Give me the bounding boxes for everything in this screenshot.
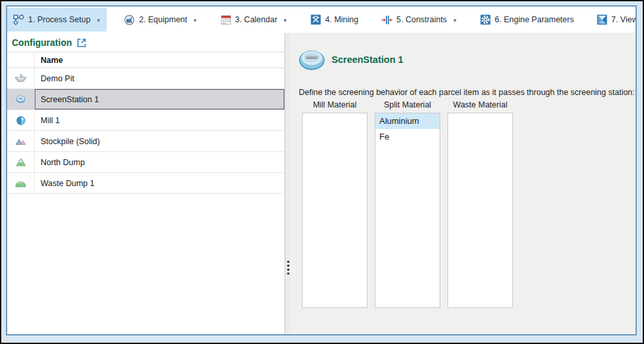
- app-window: 1. Process Setup ▼ 2. Equipment ▼: [0, 0, 644, 344]
- table-row[interactable]: Stockpile (Solid): [7, 131, 284, 152]
- material-columns: Mill Material Split Material Aluminium F…: [302, 100, 513, 308]
- row-name: North Dump: [35, 152, 284, 172]
- table-row[interactable]: Waste Dump 1: [7, 173, 284, 194]
- tab-label: 6. Engine Parameters: [495, 15, 574, 24]
- content-frame: 1. Process Setup ▼ 2. Equipment ▼: [6, 5, 637, 335]
- tab-label: 1. Process Setup: [28, 15, 90, 24]
- configuration-panel: Configuration Name: [7, 33, 285, 334]
- split-material-label: Split Material: [375, 100, 440, 109]
- north-dump-icon: [16, 158, 26, 166]
- station-description: Define the screening behavior of each pa…: [299, 88, 635, 97]
- row-name: Waste Dump 1: [35, 173, 284, 193]
- screen-station-icon: [298, 48, 326, 71]
- tab-mining[interactable]: 4. Mining: [305, 8, 364, 31]
- icon-column-header: [7, 52, 35, 67]
- mill-material-label: Mill Material: [302, 100, 368, 109]
- dropdown-caret-icon: ▼: [452, 18, 457, 24]
- screen-station-icon: [16, 95, 26, 104]
- equipment-icon: [124, 14, 135, 26]
- split-material-listbox[interactable]: Aluminium Fe: [375, 113, 440, 308]
- waste-material-label: Waste Material: [447, 100, 513, 109]
- mining-icon: [311, 14, 321, 25]
- table-header: Name: [7, 52, 284, 68]
- tab-equipment[interactable]: 2. Equipment ▼: [118, 8, 204, 31]
- stockpile-icon: [15, 137, 26, 145]
- split-material-column: Split Material Aluminium Fe: [375, 100, 440, 308]
- panel-title: Configuration: [12, 37, 72, 48]
- row-name: Demo Pit: [35, 68, 284, 88]
- tab-calendar[interactable]: 3. Calendar ▼: [215, 8, 294, 31]
- constraints-icon: [381, 14, 392, 26]
- list-item[interactable]: Fe: [375, 129, 440, 145]
- tab-process-setup[interactable]: 1. Process Setup ▼: [7, 8, 107, 31]
- row-name: Stockpile (Solid): [35, 131, 284, 151]
- waste-dump-icon: [15, 180, 26, 187]
- station-title: ScreenStation 1: [331, 54, 404, 65]
- station-header: ScreenStation 1: [298, 48, 404, 71]
- popout-icon[interactable]: [77, 38, 86, 48]
- tab-engine-parameters[interactable]: 6. Engine Parameters: [474, 8, 580, 31]
- screen-station-detail-panel: ScreenStation 1 Define the screening beh…: [290, 33, 635, 334]
- tab-constraints[interactable]: 5. Constraints ▼: [375, 8, 463, 31]
- process-setup-icon: [13, 14, 24, 26]
- table-row-selected[interactable]: ScreenStation 1: [7, 89, 284, 110]
- viewer-icon: [597, 14, 607, 25]
- table-row[interactable]: Mill 1: [7, 110, 284, 131]
- mill-icon: [16, 116, 26, 125]
- list-item[interactable]: Aluminium: [375, 113, 440, 129]
- tab-label: 7. Viewer: [611, 15, 637, 24]
- row-name: Mill 1: [35, 110, 284, 130]
- calendar-icon: [221, 14, 231, 25]
- tab-viewer[interactable]: 7. Viewer: [591, 8, 637, 31]
- dropdown-caret-icon: ▼: [282, 18, 288, 24]
- table-row[interactable]: Demo Pit: [7, 68, 284, 89]
- tab-label: 2. Equipment: [139, 15, 187, 24]
- table-row[interactable]: North Dump: [7, 152, 284, 173]
- tab-label: 4. Mining: [325, 15, 358, 24]
- ribbon-toolbar: 1. Process Setup ▼ 2. Equipment ▼: [7, 7, 635, 33]
- dropdown-caret-icon: ▼: [96, 18, 101, 24]
- row-name: ScreenStation 1: [35, 89, 284, 109]
- waste-material-listbox[interactable]: [447, 113, 513, 308]
- tab-label: 3. Calendar: [235, 15, 278, 24]
- pit-icon: [14, 73, 27, 83]
- engine-parameters-icon: [480, 14, 491, 25]
- waste-material-column: Waste Material: [447, 100, 513, 308]
- splitter-grip-icon: [287, 261, 289, 277]
- mill-material-listbox[interactable]: [302, 113, 368, 308]
- tab-label: 5. Constraints: [396, 15, 447, 24]
- mill-material-column: Mill Material: [302, 100, 368, 308]
- name-column-header[interactable]: Name: [35, 52, 284, 67]
- main-area: Configuration Name: [7, 33, 635, 334]
- dropdown-caret-icon: ▼: [193, 18, 198, 24]
- panel-splitter[interactable]: [285, 33, 290, 334]
- configuration-header: Configuration: [7, 33, 284, 50]
